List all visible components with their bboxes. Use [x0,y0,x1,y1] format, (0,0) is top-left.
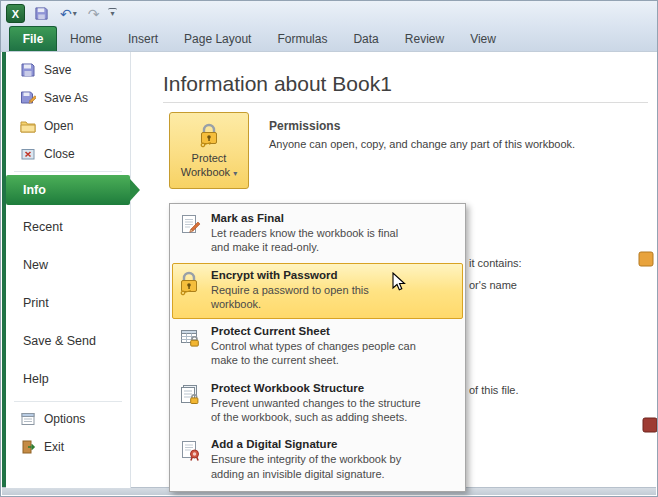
tab-data[interactable]: Data [340,26,391,51]
tab-page-layout[interactable]: Page Layout [171,26,264,51]
close-file-icon [20,146,36,162]
encrypt-password-icon [178,269,204,312]
page-title: Information about Book1 [163,72,392,96]
sidebar-item-close[interactable]: Close [6,140,130,168]
menu-item-description: Let readers know the workbook is final a… [211,226,398,255]
excel-app-icon[interactable]: X [6,4,25,23]
tab-view[interactable]: View [457,26,509,51]
tab-home[interactable]: Home [57,26,115,51]
sidebar-separator [14,171,122,172]
sidebar-item-options[interactable]: Options [6,405,130,433]
menu-item-text: Mark as Final Let readers know the workb… [211,212,398,255]
menu-item-description: Require a password to open this workbook… [211,283,369,312]
save-icon [34,6,49,21]
clipped-icon-bottom [642,417,658,433]
save-quick-button[interactable] [32,5,51,22]
menu-item-title: Add a Digital Signature [211,438,401,450]
menu-item-text: Protect Current Sheet Control what types… [211,325,416,368]
mark-as-final-icon [178,212,204,255]
sidebar-item-label: Help [23,372,49,386]
customize-quick-access-button[interactable]: ▾ [108,8,116,19]
save-as-icon [20,90,36,106]
open-folder-icon [20,118,36,134]
chevron-down-icon: ▾ [233,169,237,178]
menu-item-title: Encrypt with Password [211,269,369,281]
sidebar-item-label: Save [44,63,71,77]
menu-item-text: Encrypt with Password Require a password… [211,269,369,312]
title-divider [163,102,648,103]
sidebar-item-label: Save & Send [23,334,96,348]
sidebar-item-label: Info [23,183,46,197]
title-bar: X ↶ ▾ ↷ ▾ [1,1,657,26]
obscured-text-versions: of this file. [469,384,519,396]
sidebar-item-exit[interactable]: Exit [6,433,130,461]
chevron-down-icon: ▾ [110,10,114,18]
digital-signature-icon [178,438,204,481]
sidebar-item-label: New [23,258,48,272]
sidebar-item-label: Recent [23,220,63,234]
sidebar-item-label: Open [44,119,73,133]
protect-workbook-label: Protect Workbook ▾ [176,152,242,180]
undo-button[interactable]: ↶ ▾ [58,6,79,22]
sidebar-item-info[interactable]: Info [6,175,130,205]
menu-item-mark-as-final[interactable]: Mark as Final Let readers know the workb… [172,206,463,263]
sidebar-item-open[interactable]: Open [6,112,130,140]
backstage-sidebar: Save Save As Open [6,52,131,488]
menu-item-add-digital-signature[interactable]: Add a Digital Signature Ensure the integ… [172,432,463,489]
sidebar-item-label: Close [44,147,75,161]
menu-item-text: Protect Workbook Structure Prevent unwan… [211,382,421,425]
save-icon [20,62,36,78]
tab-file[interactable]: File [9,26,57,51]
permissions-heading: Permissions [269,119,340,133]
tab-insert[interactable]: Insert [115,26,171,51]
excel-backstage-window: X ↶ ▾ ↷ ▾ File Home Insert Page Layout F… [0,0,658,497]
protect-sheet-icon [178,325,204,368]
protect-workbook-button[interactable]: Protect Workbook ▾ [169,112,249,189]
sidebar-item-new[interactable]: New [6,246,130,284]
sidebar-item-save[interactable]: Save [6,56,130,84]
menu-item-description: Control what types of changes people can… [211,339,416,368]
exit-icon [20,439,36,455]
sidebar-item-label: Options [44,412,85,426]
sidebar-item-save-and-send[interactable]: Save & Send [6,322,130,360]
obscured-text-author-name: or's name [469,279,517,291]
sidebar-item-label: Exit [44,440,64,454]
sidebar-item-label: Save As [44,91,88,105]
menu-item-title: Mark as Final [211,212,398,224]
lock-key-icon [198,122,220,149]
clipped-icon-top [638,251,654,267]
sidebar-item-help[interactable]: Help [6,360,130,398]
menu-item-protect-current-sheet[interactable]: Protect Current Sheet Control what types… [172,319,463,376]
redo-button[interactable]: ↷ [86,6,102,22]
options-icon [20,411,36,427]
redo-icon: ↷ [88,7,100,21]
protect-structure-icon [178,382,204,425]
sidebar-item-save-as[interactable]: Save As [6,84,130,112]
menu-item-encrypt-with-password[interactable]: Encrypt with Password Require a password… [172,263,463,320]
mouse-cursor [392,272,406,292]
menu-item-protect-workbook-structure[interactable]: Protect Workbook Structure Prevent unwan… [172,376,463,433]
menu-item-title: Protect Workbook Structure [211,382,421,394]
tab-review[interactable]: Review [392,26,457,51]
menu-item-description: Ensure the integrity of the workbook by … [211,452,401,481]
undo-icon: ↶ [60,7,72,21]
sidebar-item-recent[interactable]: Recent [6,208,130,246]
menu-item-title: Protect Current Sheet [211,325,416,337]
sidebar-item-print[interactable]: Print [6,284,130,322]
menu-item-description: Prevent unwanted changes to the structur… [211,396,421,425]
obscured-text-prepare-sharing: it contains: [469,257,522,269]
permissions-description: Anyone can open, copy, and change any pa… [269,138,575,150]
undo-dropdown-caret-icon[interactable]: ▾ [73,10,77,18]
sidebar-separator [14,401,122,402]
menu-item-text: Add a Digital Signature Ensure the integ… [211,438,401,481]
tab-formulas[interactable]: Formulas [264,26,340,51]
ribbon-tab-row: File Home Insert Page Layout Formulas Da… [1,26,657,52]
protect-workbook-menu: Mark as Final Let readers know the workb… [169,203,466,492]
sidebar-item-label: Print [23,296,49,310]
